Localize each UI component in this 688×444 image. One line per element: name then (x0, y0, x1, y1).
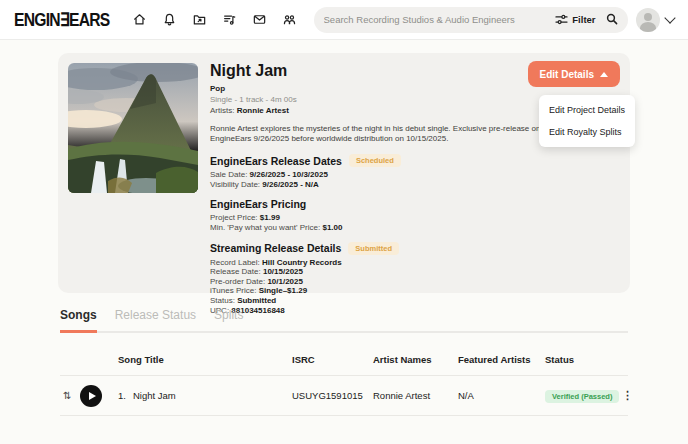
streaming-title: Streaming Release Details (210, 242, 341, 254)
table-header-row: Song Title ISRC Artist Names Featured Ar… (60, 342, 628, 376)
edit-details-dropdown: Edit Project Details Edit Royalty Splits (539, 95, 635, 147)
pricing-title: EngineEars Pricing (210, 198, 306, 210)
project-details: Night Jam Pop Single - 1 track - 4m 00s … (210, 62, 550, 315)
pricing-heading: EngineEars Pricing (210, 198, 550, 210)
preorder-date-row: Pre-order Date: 10/1/2025 (210, 277, 550, 287)
streaming-heading: Streaming Release Details Submitted (210, 242, 550, 255)
preorder-date-value: 10/1/2025 (267, 277, 303, 286)
artist-names-cell: Ronnie Artest (373, 390, 458, 401)
isrc-cell: USUYG1591015 (292, 390, 373, 401)
project-price-row: Project Price: $1.99 (210, 213, 550, 223)
caret-up-icon (600, 72, 608, 77)
search-input[interactable] (324, 14, 556, 25)
header-song-title: Song Title (118, 354, 292, 365)
header-artist-names: Artist Names (373, 354, 458, 365)
visibility-date-row: Visibility Date: 9/26/2025 - N/A (210, 180, 550, 190)
album-art (68, 63, 198, 193)
track-number: 1. (118, 390, 126, 401)
artists-value: Ronnie Artest (237, 106, 289, 115)
community-icon[interactable] (281, 11, 298, 28)
chevron-down-icon (664, 12, 675, 23)
release-date-value: 10/15/2025 (263, 267, 303, 276)
visibility-date-label: Visibility Date: (210, 180, 260, 189)
verified-status-badge: Verified (Passed) (545, 390, 619, 403)
track-title: Night Jam (133, 390, 176, 401)
bell-icon[interactable] (161, 11, 178, 28)
play-button[interactable] (80, 385, 102, 407)
pwyw-price-value: $1.00 (322, 223, 342, 232)
itunes-price-value: Single–$1.29 (259, 286, 307, 295)
project-price-label: Project Price: (210, 213, 258, 222)
menu-item-edit-project-details[interactable]: Edit Project Details (539, 99, 635, 121)
search-bar: Filter (314, 7, 628, 33)
home-icon[interactable] (131, 11, 148, 28)
header-featured-artists: Featured Artists (458, 354, 545, 365)
status-value: Submitted (237, 296, 276, 305)
filter-button[interactable]: Filter (555, 14, 595, 25)
itunes-price-row: iTunes Price: Single–$1.29 (210, 286, 550, 296)
project-card: Edit Details Edit Project Details Edit R… (58, 53, 630, 293)
tab-splits[interactable]: Splits (214, 308, 243, 333)
tab-songs[interactable]: Songs (60, 308, 97, 333)
play-icon (89, 392, 96, 400)
release-dates-heading: EngineEars Release Dates Scheduled (210, 154, 550, 167)
submitted-badge: Submitted (348, 242, 399, 255)
songs-table: Song Title ISRC Artist Names Featured Ar… (60, 342, 628, 416)
artists-label: Artists: (210, 106, 234, 115)
filter-label: Filter (572, 14, 595, 25)
project-meta: Single - 1 track - 4m 00s (210, 95, 550, 104)
project-description: Ronnie Artest explores the mysteries of … (210, 124, 555, 146)
pwyw-price-label: Min. 'Pay what you want' Price: (210, 223, 320, 232)
release-dates-title: EngineEars Release Dates (210, 155, 342, 167)
scheduled-badge: Scheduled (349, 154, 401, 167)
featured-artists-cell: N/A (458, 390, 545, 401)
record-label-value: Hill Country Records (262, 258, 342, 267)
project-title: Night Jam (210, 62, 550, 80)
itunes-price-label: iTunes Price: (210, 286, 256, 295)
navbar: ENGIN∃EARS Filter (0, 0, 688, 40)
avatar (636, 8, 660, 32)
release-date-label: Release Date: (210, 267, 261, 276)
nav-icons (131, 11, 298, 28)
messages-icon[interactable] (251, 11, 268, 28)
status-label: Status: (210, 296, 235, 305)
sale-date-value: 9/26/2025 - 10/3/2025 (250, 170, 328, 179)
status-row: Status: Submitted (210, 296, 550, 306)
sale-date-row: Sale Date: 9/26/2025 - 10/3/2025 (210, 170, 550, 180)
header-isrc: ISRC (292, 354, 373, 365)
engineears-logo[interactable]: ENGIN∃EARS (14, 9, 110, 30)
pwyw-price-row: Min. 'Pay what you want' Price: $1.00 (210, 223, 550, 233)
record-label-label: Record Label: (210, 258, 260, 267)
sale-date-label: Sale Date: (210, 170, 247, 179)
kebab-menu-icon[interactable]: ⋮ (619, 389, 635, 402)
record-label-row: Record Label: Hill Country Records (210, 258, 550, 268)
account-menu[interactable] (636, 8, 674, 32)
projects-folder-icon[interactable] (191, 11, 208, 28)
row-controls: ⇅ (60, 385, 118, 407)
music-queue-icon[interactable] (221, 11, 238, 28)
search-icon[interactable] (606, 11, 618, 29)
project-artists: Artists: Ronnie Artest (210, 106, 550, 116)
sliders-icon (555, 14, 568, 25)
tab-bar: Songs Release Status Splits (60, 308, 628, 333)
status-cell: Verified (Passed) (545, 390, 619, 401)
release-date-row: Release Date: 10/15/2025 (210, 267, 550, 277)
header-status: Status (545, 354, 612, 365)
project-genre: Pop (210, 84, 550, 93)
drag-handle-icon[interactable]: ⇅ (63, 390, 71, 401)
song-title-cell: 1. Night Jam (118, 390, 292, 401)
tab-release-status[interactable]: Release Status (115, 308, 196, 333)
table-row: ⇅ 1. Night Jam USUYG1591015 Ronnie Artes… (60, 376, 628, 416)
menu-item-edit-royalty-splits[interactable]: Edit Royalty Splits (539, 121, 635, 143)
preorder-date-label: Pre-order Date: (210, 277, 265, 286)
album-art-landscape (68, 63, 198, 193)
visibility-date-value: 9/26/2025 - N/A (262, 180, 318, 189)
project-price-value: $1.99 (260, 213, 280, 222)
